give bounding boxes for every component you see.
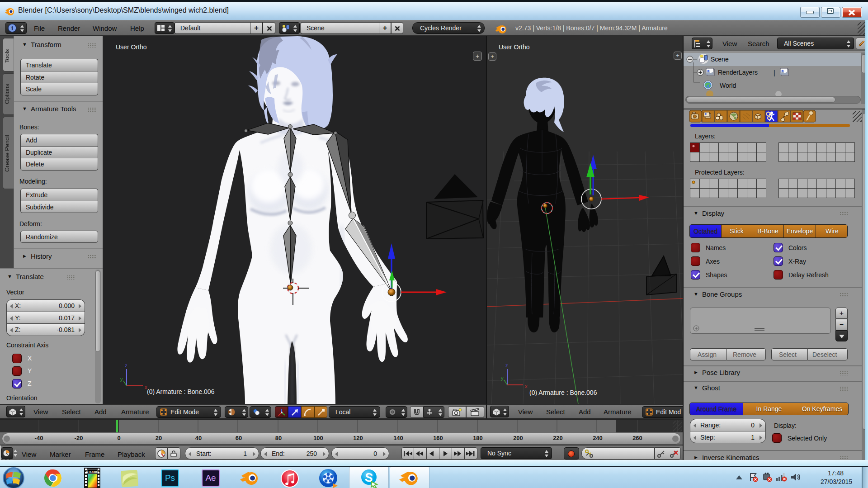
svg-text:y: y [501,375,504,381]
svg-text:|: | [774,69,775,76]
svg-text:z: z [505,363,508,368]
svg-text:STUDIO: STUDIO [86,470,99,474]
svg-text:z: z [125,363,127,368]
svg-text:y: y [120,376,123,382]
svg-text:i: i [11,25,13,32]
svg-text:x: x [525,384,528,389]
